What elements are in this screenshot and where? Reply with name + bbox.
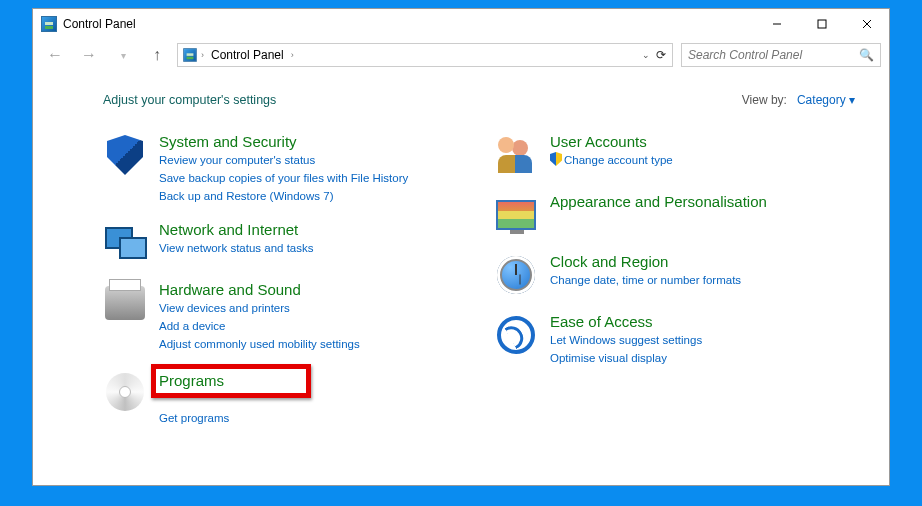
left-column: System and Security Review your computer…	[103, 133, 464, 444]
navigation-bar: ← → ▾ ↑ › Control Panel › ⌄ ⟳ 🔍	[33, 39, 889, 75]
window-title: Control Panel	[63, 17, 136, 31]
control-panel-icon	[41, 16, 57, 32]
right-column: User Accounts Change account type Appear…	[494, 133, 855, 444]
display-icon	[496, 200, 536, 230]
up-button[interactable]: ↑	[143, 43, 171, 67]
sublink[interactable]: Change date, time or number formats	[550, 272, 741, 290]
category-title[interactable]: Ease of Access	[550, 313, 702, 330]
back-button[interactable]: ←	[41, 43, 69, 67]
printer-icon	[105, 286, 145, 320]
view-by-dropdown[interactable]: Category ▾	[797, 93, 855, 107]
search-icon[interactable]: 🔍	[859, 48, 874, 62]
users-icon	[494, 135, 538, 175]
breadcrumb-separator-icon: ›	[288, 50, 297, 60]
sublink[interactable]: Change account type	[550, 152, 673, 170]
sublink[interactable]: Let Windows suggest settings	[550, 332, 702, 350]
network-icon	[103, 223, 147, 263]
sublink[interactable]: Back up and Restore (Windows 7)	[159, 188, 408, 206]
control-panel-icon	[183, 48, 197, 62]
search-box[interactable]: 🔍	[681, 43, 881, 67]
clock-icon	[497, 256, 535, 294]
sublink[interactable]: Add a device	[159, 318, 360, 336]
minimize-button[interactable]	[754, 9, 799, 39]
category-title[interactable]: Network and Internet	[159, 221, 313, 238]
category-title[interactable]: Hardware and Sound	[159, 281, 360, 298]
category-title[interactable]: Clock and Region	[550, 253, 741, 270]
category-network-internet: Network and Internet View network status…	[103, 221, 464, 265]
page-heading: Adjust your computer's settings	[103, 93, 276, 107]
category-title[interactable]: Appearance and Personalisation	[550, 193, 767, 210]
sublink[interactable]: Optimise visual display	[550, 350, 702, 368]
accessibility-icon	[497, 316, 535, 354]
address-dropdown-icon[interactable]: ⌄	[642, 50, 650, 60]
sublink[interactable]: Review your computer's status	[159, 152, 408, 170]
search-input[interactable]	[688, 48, 859, 62]
address-bar[interactable]: › Control Panel › ⌄ ⟳	[177, 43, 673, 67]
uac-shield-icon	[550, 152, 562, 166]
category-title[interactable]: System and Security	[159, 133, 408, 150]
category-ease-of-access: Ease of Access Let Windows suggest setti…	[494, 313, 855, 368]
content-area: Adjust your computer's settings View by:…	[33, 75, 889, 485]
view-by-control: View by: Category ▾	[742, 93, 855, 107]
category-title[interactable]: Programs	[159, 370, 259, 391]
sublink[interactable]: Save backup copies of your files with Fi…	[159, 170, 408, 188]
disc-icon	[106, 373, 144, 411]
control-panel-window: Control Panel ← → ▾ ↑ › Control Panel › …	[32, 8, 890, 486]
close-button[interactable]	[844, 9, 889, 39]
sublink[interactable]: View devices and printers	[159, 300, 360, 318]
sublink[interactable]: View network status and tasks	[159, 240, 313, 258]
svg-rect-1	[818, 20, 826, 28]
refresh-button[interactable]: ⟳	[656, 48, 666, 62]
category-user-accounts: User Accounts Change account type	[494, 133, 855, 177]
category-clock-region: Clock and Region Change date, time or nu…	[494, 253, 855, 297]
sublink[interactable]: Get programs	[159, 410, 259, 428]
recent-locations-button[interactable]: ▾	[109, 43, 137, 67]
view-by-label: View by:	[742, 93, 787, 107]
breadcrumb-root[interactable]: Control Panel	[207, 48, 288, 62]
titlebar: Control Panel	[33, 9, 889, 39]
sublink[interactable]: Adjust commonly used mobility settings	[159, 336, 360, 354]
category-system-security: System and Security Review your computer…	[103, 133, 464, 205]
shield-icon	[107, 135, 143, 175]
category-appearance: Appearance and Personalisation	[494, 193, 855, 237]
category-hardware-sound: Hardware and Sound View devices and prin…	[103, 281, 464, 353]
category-programs: Programs Uninstall a program Get program…	[103, 370, 464, 428]
maximize-button[interactable]	[799, 9, 844, 39]
breadcrumb-separator-icon: ›	[198, 50, 207, 60]
category-title[interactable]: User Accounts	[550, 133, 673, 150]
forward-button[interactable]: →	[75, 43, 103, 67]
